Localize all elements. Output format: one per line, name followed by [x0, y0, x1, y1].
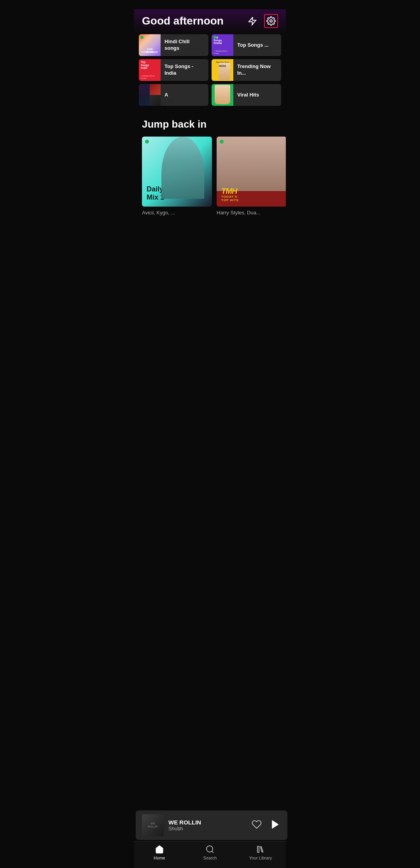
svg-point-2: [206, 846, 213, 852]
thumb-viral: [212, 84, 233, 106]
person-silhouette: [161, 137, 204, 199]
thumb-hindi-chill: ChillVibes: [139, 34, 161, 56]
quick-label-playlist-a: A: [161, 92, 172, 98]
tth-label-sub: TODAY'STOP HITS: [221, 195, 239, 202]
nav-label-home: Home: [154, 856, 165, 860]
play-icon: [270, 819, 281, 830]
settings-button[interactable]: [264, 14, 278, 28]
heart-icon: [252, 819, 262, 829]
collage-4: [150, 95, 161, 106]
jump-back-in-title: Jump back in: [134, 109, 286, 137]
now-playing-thumbnail: WEROLLIN: [142, 814, 164, 836]
spotify-logo-daily1: [145, 140, 149, 144]
quick-item-viral-hits[interactable]: Viral Hits: [212, 84, 281, 106]
thumb-trending: [212, 59, 233, 81]
tth-person: [217, 137, 286, 191]
jump-back-scroll: DailyMix 1 Avicii, Kygo, ... TMH TODAY'S…: [134, 137, 286, 222]
quick-item-trending-now[interactable]: Trending Now In...: [212, 59, 281, 81]
mix-img-tth: TMH TODAY'STOP HITS: [217, 137, 286, 207]
nav-label-library: Your Library: [249, 856, 272, 860]
quick-label-viral-hits: Viral Hits: [233, 92, 263, 98]
nav-label-search: Search: [203, 856, 217, 860]
header-icons: [245, 14, 278, 28]
thumb-global: TopSongsGlobal ↗ Weekly Music Charts: [212, 34, 233, 56]
trending-hand: [219, 63, 230, 80]
header: Good afternoon: [134, 9, 286, 34]
collage-1: [139, 84, 150, 95]
settings-icon: [266, 16, 276, 26]
quick-access-grid: ChillVibes Hindi Chill songs TopSongsGlo…: [134, 34, 286, 106]
now-playing-artist: Shubh: [168, 826, 247, 831]
tth-label-main: TMH: [221, 187, 239, 195]
lightning-button[interactable]: [245, 14, 259, 28]
tth-text-block: TMH TODAY'STOP HITS: [221, 187, 239, 202]
play-button[interactable]: [270, 819, 281, 832]
mix-card-daily1[interactable]: DailyMix 1 Avicii, Kygo, ...: [142, 137, 212, 216]
page-title: Good afternoon: [142, 15, 245, 27]
like-button[interactable]: [252, 819, 262, 831]
now-playing-info: WE ROLLIN Shubh: [168, 819, 247, 831]
global-sub: ↗ Weekly Music Charts: [214, 50, 231, 54]
daily1-artists: Avicii, Kygo, ...: [142, 210, 212, 216]
quick-item-playlist-a[interactable]: A: [139, 84, 208, 106]
mix-card-tth[interactable]: TMH TODAY'STOP HITS Harry Styles, Dua...: [217, 137, 286, 216]
thumb-india: TopSongsIndia ↗ Weekly Music Charts: [139, 59, 161, 81]
now-playing-controls: [252, 819, 281, 832]
spotify-badge-global: [213, 36, 216, 39]
mix-img-daily1: DailyMix 1: [142, 137, 212, 207]
svg-marker-1: [272, 820, 279, 829]
nav-item-search[interactable]: Search: [194, 845, 226, 860]
collage-3: [139, 95, 150, 106]
bottom-spacer: [134, 222, 286, 284]
quick-item-top-songs-india[interactable]: TopSongsIndia ↗ Weekly Music Charts Top …: [139, 59, 208, 81]
search-nav-icon: [205, 845, 215, 854]
thumb-collage: [139, 84, 161, 106]
tth-artists: Harry Styles, Dua...: [217, 210, 286, 216]
np-thumb-art: WEROLLIN: [142, 814, 164, 836]
spotify-badge: [140, 36, 144, 39]
collage-2: [150, 84, 161, 95]
quick-item-top-songs-global[interactable]: TopSongsGlobal ↗ Weekly Music Charts Top…: [212, 34, 281, 56]
now-playing-title: WE ROLLIN: [168, 819, 247, 826]
spotify-logo-tth: [220, 140, 224, 144]
bottom-navigation: Home Search Your Library: [134, 841, 286, 868]
india-sub: ↗ Weekly Music Charts: [141, 75, 159, 79]
library-icon: [256, 845, 265, 854]
svg-point-0: [270, 20, 272, 22]
quick-label-trending-now: Trending Now In...: [233, 63, 281, 77]
svg-line-3: [212, 851, 214, 853]
now-playing-bar[interactable]: WEROLLIN WE ROLLIN Shubh: [136, 810, 286, 840]
quick-label-top-songs-india: Top Songs - India: [161, 63, 208, 77]
chill-vibes-text: ChillVibes: [146, 48, 154, 54]
india-text: TopSongsIndia: [141, 61, 149, 70]
quick-item-hindi-chill[interactable]: ChillVibes Hindi Chill songs: [139, 34, 208, 56]
nav-item-home[interactable]: Home: [144, 845, 175, 860]
status-bar: [134, 0, 286, 9]
lightning-icon: [248, 16, 257, 26]
viral-hand: [215, 85, 230, 104]
quick-label-top-songs-global: Top Songs ...: [233, 42, 273, 49]
quick-label-hindi-chill: Hindi Chill songs: [161, 39, 208, 52]
home-icon: [155, 845, 164, 854]
nav-item-library[interactable]: Your Library: [245, 845, 276, 860]
